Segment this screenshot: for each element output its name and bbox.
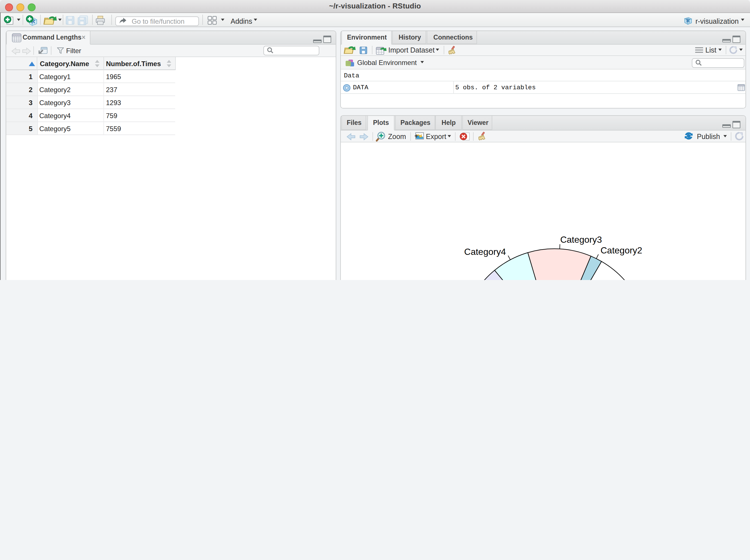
svg-text:Category3: Category3 — [560, 235, 602, 245]
svg-text:R: R — [686, 18, 690, 23]
svg-text:Category2: Category2 — [600, 245, 642, 255]
svg-text:Category4: Category4 — [464, 246, 506, 257]
